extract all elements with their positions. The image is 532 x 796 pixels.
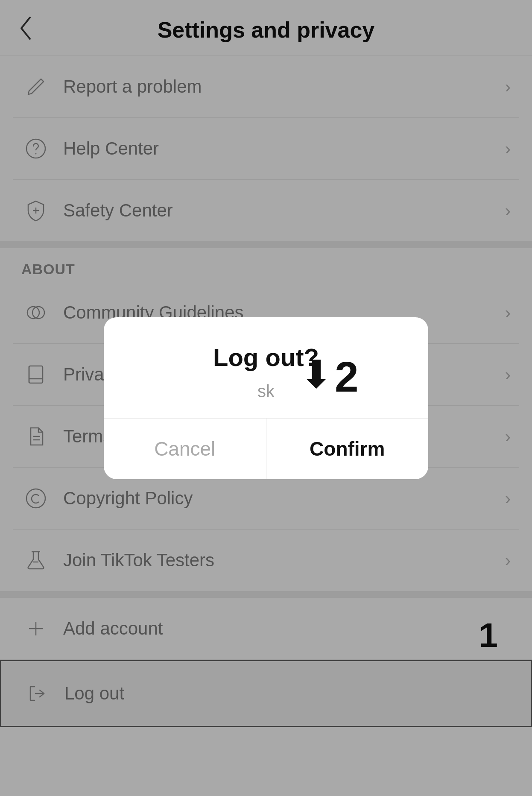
annotation-2-group: ⬇ 2 bbox=[300, 355, 359, 398]
modal-overlay: Log out? sk Cancel Confirm ⬇ 2 bbox=[0, 0, 532, 796]
screen: Settings and privacy Report a problem › … bbox=[0, 0, 532, 796]
annotation-2: 2 bbox=[335, 355, 359, 398]
modal-title: Log out? bbox=[125, 343, 407, 372]
down-arrow-icon: ⬇ bbox=[300, 355, 332, 394]
modal-body: Log out? sk bbox=[104, 317, 428, 418]
modal-subtitle: sk bbox=[125, 382, 407, 401]
modal-buttons: Cancel Confirm bbox=[104, 418, 428, 479]
logout-modal: Log out? sk Cancel Confirm bbox=[104, 317, 428, 479]
cancel-button[interactable]: Cancel bbox=[104, 418, 266, 479]
confirm-button[interactable]: Confirm bbox=[266, 418, 429, 479]
